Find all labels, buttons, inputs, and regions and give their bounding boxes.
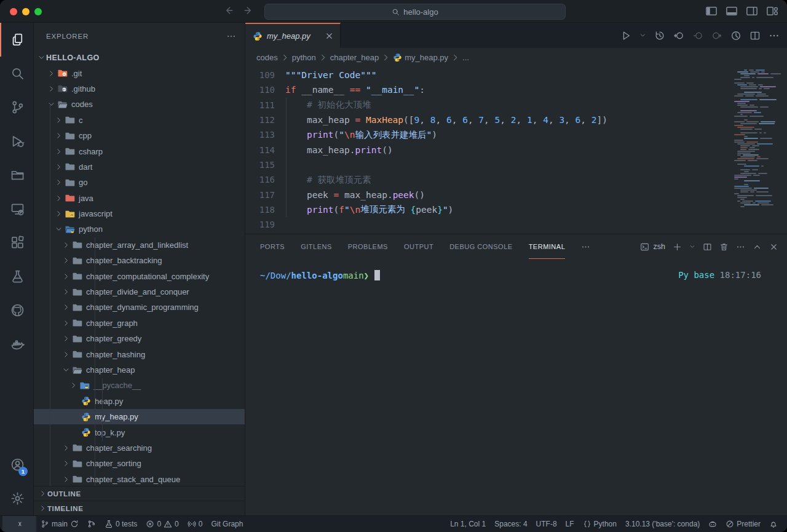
chevron-right-icon[interactable]: [61, 335, 71, 343]
tree-item-git[interactable]: .git: [34, 65, 245, 81]
panel-close-icon[interactable]: [769, 242, 778, 252]
code-line-113[interactable]: 113 print("\n输入列表并建堆后"): [245, 127, 787, 142]
status-python-interpreter[interactable]: 3.10.13 ('base': conda): [621, 516, 704, 532]
code-line-116[interactable]: 116 # 获取堆顶元素: [245, 172, 787, 187]
status-notifications[interactable]: [765, 516, 782, 532]
chevron-right-icon[interactable]: [53, 132, 63, 140]
panel-more-icon[interactable]: [581, 242, 590, 252]
activity-settings[interactable]: [0, 482, 33, 515]
breadcrumb-python[interactable]: python: [292, 53, 316, 62]
tab-my-heap[interactable]: my_heap.py: [245, 23, 341, 48]
chevron-right-icon[interactable]: [61, 256, 71, 264]
status-git-graph-label[interactable]: Git Graph: [207, 516, 247, 532]
tree-item-chapter-dynamic-programming[interactable]: chapter_dynamic_programming: [34, 300, 245, 315]
chevron-right-icon[interactable]: [61, 444, 71, 452]
code-line-112[interactable]: 112 max_heap = MaxHeap([9, 8, 6, 6, 7, 5…: [245, 113, 787, 127]
section-timeline[interactable]: TIMELINE: [34, 501, 245, 515]
chevron-down-icon[interactable]: [61, 366, 71, 374]
status-language-mode[interactable]: Python: [579, 516, 621, 532]
status-problems[interactable]: 00: [141, 516, 183, 532]
tree-item-cpp[interactable]: cpp: [34, 128, 245, 143]
tree-item-chapter-graph[interactable]: chapter_graph: [34, 316, 245, 331]
layout-sidebar-left-icon[interactable]: [705, 5, 718, 17]
chevron-right-icon[interactable]: [61, 475, 71, 483]
status-prettier[interactable]: Prettier: [721, 516, 765, 532]
close-window-button[interactable]: [10, 8, 17, 15]
chevron-right-icon[interactable]: [53, 148, 63, 156]
layout-panel-icon[interactable]: [726, 5, 738, 17]
tree-item-chapter-computational-complexity[interactable]: chapter_computational_complexity: [34, 268, 245, 284]
code-editor[interactable]: 109"""Driver Code"""110if __name__ == "_…: [245, 66, 787, 234]
minimap[interactable]: [734, 68, 781, 210]
terminal[interactable]: ~/Dow/hello-algo main ❯ Py base 18:17:16: [245, 259, 787, 515]
chevron-right-icon[interactable]: [53, 210, 63, 218]
status-git-graph-button[interactable]: [83, 516, 100, 532]
panel-tab-output[interactable]: OUTPUT: [404, 234, 433, 259]
panel-tab-debug-console[interactable]: DEBUG CONSOLE: [449, 234, 512, 259]
chevron-right-icon[interactable]: [46, 69, 56, 77]
chevron-right-icon[interactable]: [61, 272, 71, 280]
activity-testing[interactable]: [0, 260, 33, 293]
tree-item-go[interactable]: go: [34, 175, 245, 190]
tree-item-c[interactable]: c: [34, 113, 245, 128]
explorer-more-icon[interactable]: [226, 31, 236, 41]
activity-accounts[interactable]: 1: [0, 448, 33, 482]
tree-item-github[interactable]: .github: [34, 81, 245, 97]
chevron-down-icon[interactable]: [53, 225, 63, 233]
panel-tab-problems[interactable]: PROBLEMS: [348, 234, 388, 259]
layout-custom-icon[interactable]: [766, 5, 778, 17]
tree-item-java[interactable]: java: [34, 191, 245, 206]
chevron-right-icon[interactable]: [53, 163, 63, 171]
tree-item-chapter-greedy[interactable]: chapter_greedy: [34, 331, 245, 346]
panel-tab-gitlens[interactable]: GITLENS: [301, 234, 332, 259]
breadcrumb-codes[interactable]: codes: [256, 53, 278, 62]
tree-item-chapter-sorting[interactable]: chapter_sorting: [34, 456, 245, 471]
panel-trash-icon[interactable]: [719, 242, 729, 252]
status-remote[interactable]: [2, 516, 36, 532]
activity-docker[interactable]: [0, 327, 33, 361]
tree-item-python[interactable]: python: [34, 221, 245, 237]
activity-search[interactable]: [0, 57, 33, 90]
code-line-110[interactable]: 110if __name__ == "__main__":: [245, 82, 787, 97]
tree-item-hello-algo[interactable]: HELLO-ALGO: [34, 50, 245, 65]
tree-item-chapter-divide-and-conquer[interactable]: chapter_divide_and_conquer: [34, 284, 245, 300]
command-center-search[interactable]: hello-algo: [264, 4, 566, 20]
tree-item-csharp[interactable]: csharp: [34, 143, 245, 159]
status-tests[interactable]: 0 tests: [100, 516, 141, 532]
breadcrumb--[interactable]: ...: [462, 53, 469, 62]
chevron-right-icon[interactable]: [53, 194, 63, 202]
zoom-window-button[interactable]: [34, 8, 42, 15]
tree-item-chapter-heap[interactable]: chapter_heap: [34, 362, 245, 378]
run-dropdown-icon[interactable]: [639, 32, 646, 39]
code-line-114[interactable]: 114 max_heap.print(): [245, 142, 787, 157]
code-line-111[interactable]: 111 # 初始化大顶堆: [245, 98, 787, 113]
activity-run-and-debug[interactable]: [0, 124, 33, 158]
open-changes-icon[interactable]: [673, 30, 684, 41]
chevron-right-icon[interactable]: [61, 319, 71, 327]
zsh-terminal-icon[interactable]: [640, 242, 649, 252]
activity-remote-explorer[interactable]: [0, 192, 33, 226]
run-icon[interactable]: [620, 30, 631, 41]
code-line-118[interactable]: 118 print(f"\n堆顶元素为 {peek}"): [245, 202, 787, 217]
tree-item-chapter-hashing[interactable]: chapter_hashing: [34, 346, 245, 362]
status-indentation[interactable]: Spaces: 4: [490, 516, 531, 532]
activity-extensions[interactable]: [0, 226, 33, 260]
status-encoding[interactable]: UTF-8: [532, 516, 561, 532]
tree-item-chapter-searching[interactable]: chapter_searching: [34, 440, 245, 456]
panel-tab-ports[interactable]: PORTS: [260, 234, 285, 259]
chevron-right-icon[interactable]: [61, 241, 71, 249]
layout-sidebar-right-icon[interactable]: [746, 5, 758, 17]
breadcrumb-my-heap-py[interactable]: my_heap.py: [393, 53, 448, 62]
tree-item-chapter-stack-and-queue[interactable]: chapter_stack_and_queue: [34, 472, 245, 486]
panel-tab-terminal[interactable]: TERMINAL: [529, 234, 566, 259]
chevron-right-icon[interactable]: [61, 351, 71, 359]
minimize-window-button[interactable]: [22, 8, 30, 15]
tree-item-my-heap-py[interactable]: my_heap.py: [34, 409, 245, 424]
chevron-right-icon[interactable]: [68, 381, 78, 389]
activity-project-folder[interactable]: [0, 158, 33, 192]
panel-split-icon[interactable]: [703, 242, 712, 252]
tree-item-dart[interactable]: dart: [34, 159, 245, 175]
status-feedback[interactable]: 0: [183, 516, 207, 532]
panel-plus-icon[interactable]: [673, 242, 682, 252]
chevron-right-icon[interactable]: [61, 303, 71, 311]
